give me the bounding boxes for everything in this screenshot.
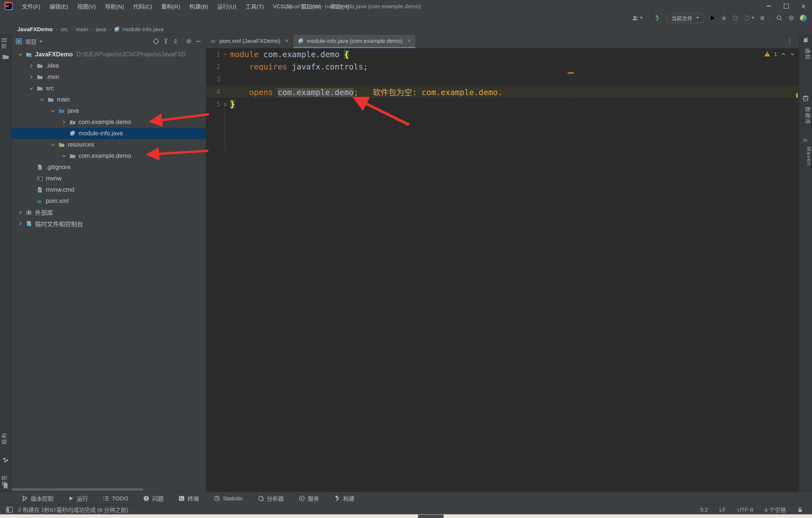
tree-chevron[interactable] xyxy=(16,51,24,58)
tree-chevron[interactable] xyxy=(27,63,35,69)
fold-marker-icon[interactable]: − xyxy=(220,51,230,57)
editor-tab[interactable]: mpom.xml (JavaFXDemo)× xyxy=(206,35,293,48)
tab-options-icon[interactable]: ⋮ xyxy=(786,35,793,48)
code-line[interactable]: 5⌂} xyxy=(206,98,799,110)
layout-widget-icon[interactable] xyxy=(6,507,13,513)
breadcrumb-item[interactable]: src xyxy=(61,26,68,32)
close-button[interactable]: × xyxy=(795,0,812,12)
panel-settings-button[interactable] xyxy=(185,38,192,45)
prev-problem-icon[interactable] xyxy=(781,51,786,57)
code-line[interactable]: 2 requires javafx.controls; xyxy=(206,61,799,73)
tree-row[interactable]: .idea xyxy=(12,60,206,71)
tree-row[interactable]: com.example.demo xyxy=(12,117,206,128)
menu-u[interactable]: 运行(U) xyxy=(213,0,241,12)
run-button[interactable] xyxy=(709,15,715,21)
tab-close-icon[interactable]: × xyxy=(407,38,411,44)
menu-t[interactable]: 工具(T) xyxy=(241,0,268,12)
tree-row[interactable]: 外部库 xyxy=(12,207,206,218)
tree-chevron[interactable] xyxy=(60,153,68,159)
toolwindow-button-statistic[interactable]: Statistic xyxy=(214,495,243,501)
tree-row[interactable]: src xyxy=(12,83,206,94)
editor-tab[interactable]: Jmodule-info.java (com.example.demo)× xyxy=(293,35,415,48)
tree-row[interactable]: JavaFXDemoD:\IDEAProjects\JCNCProjects\J… xyxy=(12,49,206,60)
breadcrumb-separator: › xyxy=(71,26,73,32)
build-project-button[interactable] xyxy=(654,14,661,22)
tree-row[interactable]: .mvn xyxy=(12,71,206,83)
fold-marker-icon[interactable]: ⌂ xyxy=(220,101,230,107)
tab-label: pom.xml (JavaFXDemo) xyxy=(220,38,280,44)
expand-all-button[interactable] xyxy=(162,38,169,45)
search-everywhere-button[interactable] xyxy=(776,15,783,21)
unlock-icon[interactable] xyxy=(797,507,803,513)
toolwindow-label: 问题 xyxy=(152,494,164,502)
settings-button[interactable] xyxy=(788,15,795,21)
tree-chevron[interactable] xyxy=(49,142,57,148)
line-ending[interactable]: LF xyxy=(719,506,726,513)
hide-panel-button[interactable] xyxy=(195,38,202,45)
tree-row[interactable]: resources xyxy=(12,139,206,150)
user-button[interactable] xyxy=(632,15,643,21)
project-panel-title[interactable]: 项目 xyxy=(25,38,36,45)
profiler-button[interactable] xyxy=(732,15,739,21)
tab-close-icon[interactable]: × xyxy=(285,38,288,44)
tree-row[interactable]: main xyxy=(12,94,206,105)
debug-button[interactable] xyxy=(721,15,727,21)
tree-chevron[interactable] xyxy=(27,85,35,91)
next-problem-icon[interactable] xyxy=(790,51,795,57)
horizontal-scrollbar[interactable] xyxy=(12,488,143,491)
toolwindow-button-build[interactable]: 构建 xyxy=(334,494,354,502)
toolwindow-button-profilerTool[interactable]: 分析器 xyxy=(258,494,284,502)
tree-chevron[interactable] xyxy=(38,97,46,103)
toolwindow-button-terminal[interactable]: 终端 xyxy=(179,494,199,502)
breadcrumb-item[interactable]: main xyxy=(76,26,88,32)
tree-chevron[interactable] xyxy=(49,108,57,114)
line-number: 2 xyxy=(206,63,220,71)
menu-n[interactable]: 导航(N) xyxy=(100,0,129,12)
tree-row[interactable]: Jmodule-info.java xyxy=(12,128,206,139)
tree-row[interactable]: mvnw.cmd xyxy=(12,184,206,195)
toolwindow-button-play[interactable]: 运行 xyxy=(68,494,88,502)
toolwindow-label: 分析器 xyxy=(267,494,284,502)
stop-button[interactable] xyxy=(760,15,765,21)
toolwindow-button-services[interactable]: 服务 xyxy=(299,494,319,502)
project-toolwindow-icon xyxy=(15,38,22,45)
tree-chevron[interactable] xyxy=(16,209,24,215)
code-line[interactable]: 3 xyxy=(206,73,799,85)
breadcrumb-item[interactable]: Jmodule-info.java xyxy=(114,26,164,32)
plugin-button[interactable] xyxy=(800,15,807,21)
code-line[interactable]: 4 opens com.example.demo; 软件包为空: com.exa… xyxy=(206,85,799,98)
menu-v[interactable]: 视图(V) xyxy=(73,0,100,12)
tree-chevron[interactable] xyxy=(16,221,24,227)
caret-position[interactable]: 5:2 xyxy=(700,506,708,513)
chevron-down-icon[interactable] xyxy=(39,41,42,42)
tree-row[interactable]: com.example.demo xyxy=(12,150,206,162)
coverage-button[interactable] xyxy=(744,15,754,21)
tree-row[interactable]: mpom.xml xyxy=(12,195,206,207)
menu-b[interactable]: 构建(B) xyxy=(185,0,213,12)
run-configuration-combo[interactable]: 当前文件 xyxy=(667,13,704,23)
menu-e[interactable]: 编辑(E) xyxy=(45,0,73,12)
tree-row[interactable]: mvnw xyxy=(12,173,206,184)
tree-chevron[interactable] xyxy=(27,74,35,80)
tree-row[interactable]: .gitignore xyxy=(12,162,206,173)
tree-chevron[interactable] xyxy=(60,119,68,125)
toolwindow-button-problems[interactable]: 问题 xyxy=(143,494,164,502)
code-editor[interactable]: 1−module com.example.demo {2 requires ja… xyxy=(206,48,799,492)
locate-file-button[interactable] xyxy=(153,38,159,45)
breadcrumb-item[interactable]: JavaFXDemo xyxy=(17,26,53,32)
tree-row[interactable]: java xyxy=(12,105,206,117)
menu-r[interactable]: 重构(R) xyxy=(157,0,185,12)
toolwindow-button-branch[interactable]: 版本控制 xyxy=(22,494,53,502)
breadcrumb-item[interactable]: java xyxy=(96,26,106,32)
maximize-button[interactable] xyxy=(777,0,795,12)
file-encoding[interactable]: UTF-8 xyxy=(737,506,753,513)
minimize-button[interactable] xyxy=(760,0,777,12)
collapse-all-button[interactable] xyxy=(172,38,179,45)
indent-setting[interactable]: 4 个空格 xyxy=(764,506,786,513)
code-line[interactable]: 1−module com.example.demo { xyxy=(206,48,799,61)
toolwindow-button-todo[interactable]: TODO xyxy=(103,495,128,501)
tree-row[interactable]: 临时文件和控制台 xyxy=(12,218,206,229)
inspection-widget[interactable]: 1 xyxy=(764,51,795,57)
menu-f[interactable]: 文件(F) xyxy=(17,0,45,12)
menu-c[interactable]: 代码(C) xyxy=(129,0,157,12)
